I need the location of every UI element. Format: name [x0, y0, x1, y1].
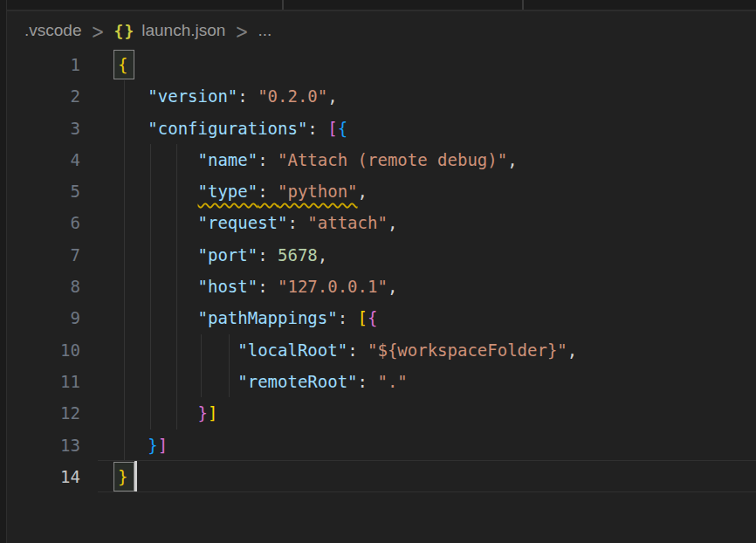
chevron-right-icon: >	[91, 19, 104, 42]
code-line-row[interactable]: 6 "request": "attach",	[0, 207, 756, 238]
code-line[interactable]: {	[118, 49, 127, 80]
code-token: "host"	[198, 277, 258, 296]
code-line[interactable]: "type": "python",	[118, 175, 368, 207]
line-number[interactable]: 12	[0, 397, 80, 429]
code-line-row[interactable]: 11 "remoteRoot": "."	[0, 366, 756, 397]
code-line[interactable]: "remoteRoot": "."	[118, 366, 408, 397]
chevron-right-icon: >	[235, 19, 248, 42]
code-line-row[interactable]: 10 "localRoot": "${workspaceFolder}",	[0, 334, 756, 366]
breadcrumb-folder[interactable]: .vscode	[24, 21, 81, 40]
code-line[interactable]: "pathMappings": [{	[118, 302, 377, 333]
code-token	[118, 403, 198, 423]
code-token: "version"	[148, 86, 237, 106]
code-token: :	[258, 150, 278, 169]
code-token: "0.2.0"	[258, 86, 327, 106]
code-token: ,	[388, 277, 397, 296]
code-editor[interactable]: 1{2 "version": "0.2.0",3 "configurations…	[0, 49, 756, 492]
code-token: :	[347, 340, 368, 360]
code-line[interactable]: "request": "attach",	[118, 207, 397, 238]
bracket-match: {	[118, 55, 127, 74]
code-token: "."	[377, 372, 407, 391]
code-token	[118, 86, 148, 106]
line-number[interactable]: 11	[0, 366, 80, 397]
code-line-row[interactable]: 12 }]	[0, 397, 756, 429]
code-line-row[interactable]: 2 "version": "0.2.0",	[0, 80, 756, 112]
code-token	[118, 213, 198, 232]
breadcrumb: .vscode > {} launch.json > ...	[24, 14, 271, 47]
code-token	[118, 119, 148, 138]
line-number[interactable]: 2	[0, 80, 80, 112]
code-line-row[interactable]: 3 "configurations": [{	[0, 113, 756, 144]
code-token	[118, 150, 198, 169]
line-number[interactable]: 7	[0, 239, 80, 271]
code-token: "pathMappings"	[198, 308, 338, 327]
code-line-row[interactable]: 7 "port": 5678,	[0, 239, 756, 271]
tab-bar-edge	[0, 0, 756, 11]
code-line[interactable]: "configurations": [{	[118, 113, 347, 144]
code-line[interactable]: "port": 5678,	[118, 239, 327, 271]
code-token: ]	[158, 436, 168, 455]
line-number[interactable]: 6	[0, 207, 80, 238]
code-line-row[interactable]: 14}	[0, 461, 756, 492]
code-token: {	[338, 119, 347, 138]
code-token: ]	[208, 403, 217, 423]
code-line-row[interactable]: 13 }]	[0, 430, 756, 461]
code-token: :	[237, 86, 258, 106]
code-token: "attach"	[307, 213, 388, 232]
code-token: "remoteRoot"	[237, 372, 357, 391]
code-line[interactable]: }	[118, 461, 127, 492]
line-number[interactable]: 3	[0, 113, 80, 144]
breadcrumb-symbol-ellipsis[interactable]: ...	[258, 21, 271, 40]
code-token	[118, 308, 198, 327]
code-token: 5678	[278, 245, 318, 265]
code-line-row[interactable]: 5 "type": "python",	[0, 175, 756, 207]
line-number[interactable]: 9	[0, 302, 80, 333]
code-token: ,	[507, 150, 517, 169]
code-token: :	[307, 119, 327, 138]
code-token: "Attach (remote debug)"	[278, 150, 507, 169]
code-line[interactable]: }]	[118, 397, 217, 429]
code-token: ,	[318, 245, 327, 265]
breadcrumb-file-label: launch.json	[141, 21, 225, 40]
warning-squiggle-token: :	[258, 182, 278, 201]
warning-squiggle-token: "python"	[278, 182, 358, 201]
code-token	[118, 436, 148, 455]
code-token	[118, 245, 198, 265]
code-token: :	[338, 308, 358, 327]
code-token	[118, 340, 237, 360]
code-token: "127.0.0.1"	[278, 277, 388, 296]
code-line-row[interactable]: 1{	[0, 49, 756, 80]
line-number[interactable]: 10	[0, 334, 80, 366]
code-line-row[interactable]: 9 "pathMappings": [{	[0, 302, 756, 333]
code-token: :	[258, 245, 278, 265]
code-token: "name"	[198, 150, 258, 169]
code-line[interactable]: "localRoot": "${workspaceFolder}",	[118, 334, 577, 366]
code-token: ,	[388, 213, 397, 232]
line-number[interactable]: 14	[0, 461, 80, 492]
code-token: "configurations"	[148, 119, 307, 138]
code-line-row[interactable]: 4 "name": "Attach (remote debug)",	[0, 144, 756, 175]
code-token	[118, 277, 198, 296]
code-token: "port"	[198, 245, 258, 265]
code-token: }	[148, 436, 157, 455]
tab-separator	[522, 0, 524, 10]
line-number[interactable]: 8	[0, 271, 80, 302]
code-line-row[interactable]: 8 "host": "127.0.0.1",	[0, 271, 756, 302]
code-token: :	[287, 213, 307, 232]
code-line[interactable]: "version": "0.2.0",	[118, 80, 338, 112]
bracket-match: }	[118, 467, 127, 486]
code-token: :	[258, 277, 278, 296]
code-line[interactable]: "host": "127.0.0.1",	[118, 271, 397, 302]
line-number[interactable]: 1	[0, 49, 80, 80]
line-number[interactable]: 5	[0, 175, 80, 207]
breadcrumb-file[interactable]: {} launch.json	[114, 21, 226, 40]
code-token	[118, 182, 198, 201]
json-file-icon: {}	[114, 22, 135, 40]
line-number[interactable]: 13	[0, 430, 80, 461]
code-line[interactable]: "name": "Attach (remote debug)",	[118, 144, 518, 175]
code-token: {	[368, 308, 377, 327]
code-token: ,	[327, 86, 337, 106]
line-number[interactable]: 4	[0, 144, 80, 175]
code-token: ,	[358, 182, 368, 201]
code-line[interactable]: }]	[118, 430, 168, 461]
